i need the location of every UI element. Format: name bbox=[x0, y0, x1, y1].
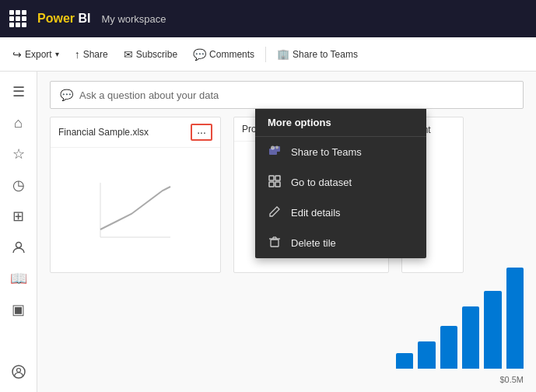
tile-content bbox=[51, 148, 220, 272]
profile-icon bbox=[12, 365, 26, 379]
svg-point-2 bbox=[16, 369, 20, 373]
content-area: 💬 Ask a question about your data Financi… bbox=[37, 72, 536, 392]
tile-title: Financial Sample.xlsx bbox=[58, 127, 149, 138]
export-button[interactable]: ↪ Export ▾ bbox=[6, 45, 65, 64]
ask-question-bar[interactable]: 💬 Ask a question about your data bbox=[50, 81, 524, 109]
sidebar-item-profile[interactable] bbox=[5, 358, 33, 386]
edit-icon bbox=[268, 205, 282, 220]
sidebar-item-hamburger[interactable]: ☰ bbox=[5, 78, 33, 106]
share-to-teams-button[interactable]: 🏢 Share to Teams bbox=[271, 45, 364, 63]
svg-point-0 bbox=[16, 243, 21, 248]
bar-5 bbox=[484, 291, 501, 369]
comments-button[interactable]: 💬 Comments bbox=[187, 45, 261, 64]
teams-dropdown-icon bbox=[268, 145, 282, 159]
bar-1 bbox=[396, 353, 413, 369]
bar-chart-area bbox=[396, 252, 536, 392]
svg-rect-13 bbox=[271, 240, 279, 247]
svg-point-8 bbox=[271, 146, 275, 150]
ask-question-text: Ask a question about your data bbox=[79, 89, 219, 101]
more-options-dropdown: More options Share to Teams bbox=[255, 109, 426, 258]
comments-label: Comments bbox=[209, 49, 254, 60]
sidebar-item-recent[interactable]: ◷ bbox=[5, 171, 33, 199]
share-icon: ↑ bbox=[75, 48, 80, 61]
dropdown-go-to-dataset[interactable]: Go to dataset bbox=[255, 167, 426, 198]
bar-6 bbox=[506, 268, 524, 369]
sidebar-item-shared[interactable] bbox=[5, 233, 33, 261]
app-logo: Power BI bbox=[37, 12, 90, 26]
toolbar: ↪ Export ▾ ↑ Share ✉ Subscribe 💬 Comment… bbox=[0, 37, 536, 72]
tile-more-options-button[interactable]: ··· bbox=[191, 124, 212, 141]
export-label: Export bbox=[25, 49, 52, 60]
main-area: ☰ ⌂ ☆ ◷ ⊞ 📖 ▣ 💬 Ask a question about you… bbox=[0, 72, 536, 392]
dataset-icon bbox=[268, 175, 282, 190]
dropdown-header: More options bbox=[255, 109, 426, 137]
toolbar-divider bbox=[265, 47, 266, 62]
share-label: Share bbox=[83, 49, 108, 60]
subscribe-label: Subscribe bbox=[136, 49, 177, 60]
svg-rect-11 bbox=[269, 182, 274, 187]
bar-2 bbox=[418, 341, 435, 369]
app-launcher-icon[interactable] bbox=[9, 10, 26, 27]
share-button[interactable]: ↑ Share bbox=[68, 45, 114, 64]
topbar: Power BI My workspace bbox=[0, 0, 536, 37]
teams-icon: 🏢 bbox=[277, 48, 289, 60]
share-teams-label: Share to Teams bbox=[293, 49, 358, 60]
dropdown-edit-details[interactable]: Edit details bbox=[255, 198, 426, 228]
svg-rect-12 bbox=[275, 182, 280, 187]
sidebar-item-learn[interactable]: 📖 bbox=[5, 264, 33, 292]
subscribe-button[interactable]: ✉ Subscribe bbox=[117, 45, 184, 64]
financial-tile: Financial Sample.xlsx ··· bbox=[50, 117, 221, 273]
bar-3 bbox=[440, 326, 457, 369]
sidebar-item-apps[interactable]: ⊞ bbox=[5, 202, 33, 230]
sidebar: ☰ ⌂ ☆ ◷ ⊞ 📖 ▣ bbox=[0, 72, 37, 392]
delete-tile-label: Delete tile bbox=[291, 237, 336, 249]
share-teams-menu-label: Share to Teams bbox=[291, 146, 362, 158]
svg-rect-10 bbox=[275, 176, 280, 180]
go-to-dataset-label: Go to dataset bbox=[291, 177, 352, 188]
trash-icon bbox=[268, 236, 282, 250]
sidebar-item-home[interactable]: ⌂ bbox=[5, 109, 33, 137]
subscribe-icon: ✉ bbox=[124, 48, 133, 61]
shared-with-me-icon bbox=[12, 240, 26, 254]
export-chevron-icon: ▾ bbox=[55, 50, 59, 58]
export-icon: ↪ bbox=[12, 48, 22, 61]
tile-header: Financial Sample.xlsx ··· bbox=[51, 117, 220, 148]
dropdown-share-to-teams[interactable]: Share to Teams bbox=[255, 137, 426, 167]
dropdown-delete-tile[interactable]: Delete tile bbox=[255, 228, 426, 258]
bar-4 bbox=[462, 306, 479, 369]
comments-icon: 💬 bbox=[193, 48, 206, 61]
line-chart bbox=[93, 175, 178, 245]
svg-point-7 bbox=[275, 146, 279, 149]
workspace-label: My workspace bbox=[101, 13, 166, 25]
ask-icon: 💬 bbox=[60, 89, 73, 101]
edit-details-label: Edit details bbox=[291, 207, 341, 219]
chart-axis-label: $0.5M bbox=[499, 375, 524, 384]
svg-rect-9 bbox=[269, 176, 274, 180]
sidebar-item-favorites[interactable]: ☆ bbox=[5, 140, 33, 168]
sidebar-item-workspaces[interactable]: ▣ bbox=[5, 296, 33, 324]
